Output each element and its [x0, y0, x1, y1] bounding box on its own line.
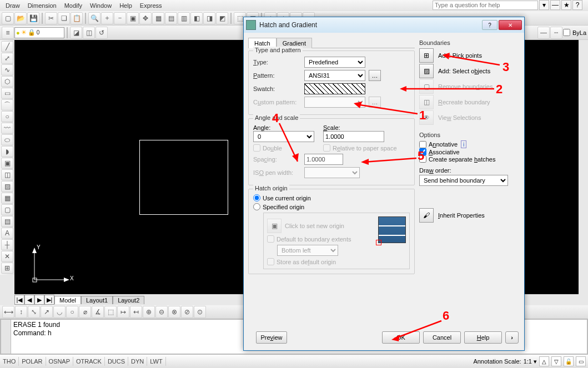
- annotation-scale-value[interactable]: 1:1 ▾: [524, 358, 537, 365]
- dim16-icon[interactable]: ⊙: [194, 306, 206, 318]
- pattern-browse-button[interactable]: …: [369, 70, 381, 81]
- status-lwt[interactable]: LWT: [147, 357, 165, 366]
- tab-nav-last-icon[interactable]: ▶|: [44, 295, 54, 305]
- help-icon[interactable]: ?: [572, 0, 582, 10]
- pick-points-label[interactable]: Add: Pick points: [438, 52, 482, 59]
- status-icon1[interactable]: △: [539, 356, 549, 366]
- pick-points-icon[interactable]: ⊞: [419, 48, 434, 63]
- type-select[interactable]: Predefined: [304, 57, 365, 68]
- preview-button[interactable]: Preview: [256, 331, 287, 344]
- info-icon[interactable]: i: [461, 140, 466, 148]
- linetype1-icon[interactable]: —: [537, 27, 550, 39]
- status-ducs[interactable]: DUCS: [105, 357, 128, 366]
- mtext-icon[interactable]: A: [1, 228, 13, 239]
- help-search-input[interactable]: [433, 1, 538, 10]
- tool6-icon[interactable]: ◩: [216, 12, 228, 24]
- copy-icon[interactable]: ❏: [58, 12, 70, 24]
- spline-icon[interactable]: 〰: [1, 123, 13, 134]
- expand-button[interactable]: ›: [505, 331, 519, 344]
- tool1-icon[interactable]: ▦: [152, 12, 164, 24]
- insert-icon[interactable]: ▣: [1, 158, 13, 169]
- dim7-icon[interactable]: ⌀: [79, 306, 91, 318]
- separate-hatches-checkbox[interactable]: Create separate hatches: [419, 155, 520, 163]
- menu-modify[interactable]: Modify: [61, 1, 86, 10]
- xline-icon[interactable]: ⤢: [1, 53, 13, 64]
- line-icon[interactable]: ╱: [1, 41, 13, 52]
- pline-icon[interactable]: ∿: [1, 64, 13, 75]
- select-objects-icon[interactable]: ▨: [419, 64, 434, 78]
- region-icon[interactable]: ▢: [1, 204, 13, 215]
- minimize-icon[interactable]: —: [550, 0, 560, 10]
- dim8-icon[interactable]: ∡: [92, 306, 104, 318]
- status-icon2[interactable]: ▽: [551, 356, 561, 366]
- menu-express[interactable]: Express: [137, 1, 165, 10]
- linetype2-icon[interactable]: ╌: [550, 27, 562, 39]
- block-icon[interactable]: ◫: [1, 169, 13, 180]
- zoom-in-icon[interactable]: ＋: [101, 12, 113, 24]
- draw-order-select[interactable]: Send behind boundary: [419, 175, 508, 186]
- menu-window[interactable]: Window: [87, 1, 115, 10]
- dim13-icon[interactable]: ⊖: [155, 306, 168, 318]
- tab-layout2[interactable]: Layout2: [113, 296, 144, 304]
- zoom-out-icon[interactable]: －: [114, 12, 126, 24]
- tab-nav-prev-icon[interactable]: ◀: [24, 295, 34, 305]
- tool-y-icon[interactable]: ⊞: [1, 263, 13, 274]
- status-osnap[interactable]: OSNAP: [46, 357, 74, 366]
- ellipse-arc-icon[interactable]: ◗: [1, 146, 13, 157]
- swatch-preview[interactable]: [304, 83, 365, 94]
- cancel-button[interactable]: Cancel: [423, 331, 461, 344]
- new-icon[interactable]: ▢: [2, 12, 14, 24]
- circle-icon[interactable]: ○: [1, 111, 13, 122]
- layer-state-icon[interactable]: ◪: [70, 27, 82, 39]
- menu-draw[interactable]: Draw: [2, 1, 23, 10]
- dialog-titlebar[interactable]: Hatch and Gradient ? ✕: [244, 17, 524, 33]
- tab-layout1[interactable]: Layout1: [81, 296, 113, 304]
- dim10-icon[interactable]: ↦: [117, 306, 129, 318]
- layer-iso-icon[interactable]: ◫: [83, 27, 95, 39]
- dim9-icon[interactable]: ⬚: [104, 306, 117, 318]
- tool4-icon[interactable]: ◧: [190, 12, 203, 24]
- dialog-help-icon[interactable]: ?: [482, 20, 497, 30]
- tool2-icon[interactable]: ▤: [165, 12, 177, 24]
- tool3-icon[interactable]: ▥: [178, 12, 190, 24]
- dim11-icon[interactable]: ↤: [130, 306, 142, 318]
- zoom-realtime-icon[interactable]: 🔍: [88, 12, 100, 24]
- zoom-window-icon[interactable]: ▣: [127, 12, 139, 24]
- table-icon[interactable]: ▤: [1, 216, 13, 227]
- dim14-icon[interactable]: ⊗: [168, 306, 180, 318]
- gradient-icon[interactable]: ▦: [1, 193, 13, 204]
- arc-icon[interactable]: ⌒: [1, 99, 13, 110]
- tool-x-icon[interactable]: ✕: [1, 251, 13, 262]
- ellipse-icon[interactable]: ⬭: [1, 134, 13, 145]
- tab-nav-next-icon[interactable]: ▶: [34, 295, 44, 305]
- hatch-icon[interactable]: ▨: [1, 181, 13, 192]
- scale-input[interactable]: [323, 131, 384, 142]
- measure-icon[interactable]: ┼: [1, 239, 13, 250]
- pattern-select[interactable]: ANSI31: [304, 70, 365, 81]
- status-tho[interactable]: THO: [0, 357, 19, 366]
- status-dyn[interactable]: DYN: [128, 357, 147, 366]
- pan-icon[interactable]: ✥: [139, 12, 152, 24]
- status-icon4[interactable]: ▭: [576, 356, 586, 366]
- tab-model[interactable]: Model: [54, 296, 81, 304]
- dim12-icon[interactable]: ⊕: [143, 306, 155, 318]
- select-objects-label[interactable]: Add: Select objects: [438, 68, 490, 74]
- associative-checkbox[interactable]: Associative: [419, 148, 520, 155]
- layer-prev-icon[interactable]: ↺: [96, 27, 108, 39]
- open-icon[interactable]: 📂: [14, 12, 27, 24]
- paste-icon[interactable]: 📋: [71, 12, 83, 24]
- radio-specified-origin[interactable]: Specified origin: [253, 203, 410, 210]
- menu-help[interactable]: Help: [116, 1, 135, 10]
- dim2-icon[interactable]: ↕: [15, 306, 27, 318]
- polygon-icon[interactable]: ⬡: [1, 76, 13, 87]
- star-icon[interactable]: ★: [561, 0, 571, 10]
- inherit-props-icon[interactable]: 🖌: [419, 208, 434, 223]
- radio-current-origin[interactable]: Use current origin: [253, 194, 410, 201]
- angle-select[interactable]: 0: [253, 131, 314, 142]
- dim5-icon[interactable]: ◡: [53, 306, 66, 318]
- ok-button[interactable]: OK: [382, 331, 420, 344]
- cmd-scroll[interactable]: [1, 320, 11, 354]
- dim3-icon[interactable]: ⤡: [28, 306, 40, 318]
- dialog-close-icon[interactable]: ✕: [499, 20, 522, 30]
- help-button[interactable]: Help: [464, 331, 502, 344]
